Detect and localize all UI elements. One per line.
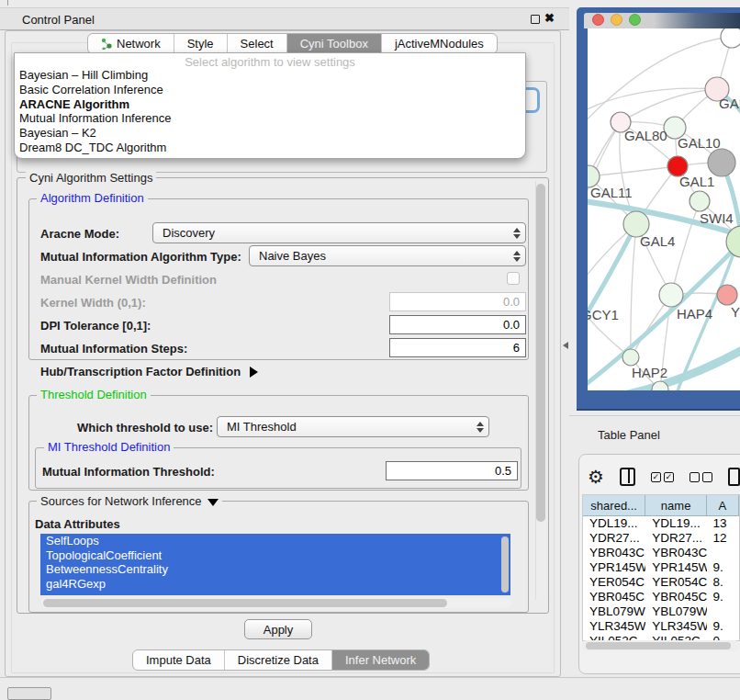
network-node[interactable] bbox=[721, 28, 740, 48]
table-cell: YDL19... bbox=[583, 516, 645, 531]
table-row[interactable]: YBR045CYBR045C9. bbox=[583, 590, 739, 604]
table-row[interactable]: YER054CYER054C8. bbox=[583, 575, 739, 590]
manual-kernel-label: Manual Kernel Width Definition bbox=[40, 273, 217, 287]
tab-infer-network-label: Infer Network bbox=[345, 653, 416, 667]
node-label-gcy1: GCY1 bbox=[588, 307, 619, 322]
algorithm-option-bayesian-hill-climbing[interactable]: Bayesian – Hill Climbing bbox=[15, 68, 525, 83]
partial-bottom-button[interactable] bbox=[7, 687, 51, 700]
deselect-all-icon[interactable] bbox=[690, 472, 712, 482]
table-cell: 9. bbox=[707, 619, 739, 634]
apply-button[interactable]: Apply bbox=[244, 619, 312, 639]
node-label-gal10: GAL10 bbox=[678, 135, 721, 151]
node-label-hap2: HAP2 bbox=[632, 365, 667, 380]
table-row[interactable]: YBL079WYBL079W bbox=[583, 604, 739, 619]
table-row[interactable]: YDL19...YDL19...13 bbox=[583, 516, 739, 531]
data-attributes-list[interactable]: SelfLoopsTopologicalCoefficientBetweenne… bbox=[40, 534, 510, 595]
aracne-mode-combo[interactable]: Discovery bbox=[152, 222, 526, 243]
float-window-icon[interactable] bbox=[531, 15, 540, 24]
close-icon[interactable]: ✖ bbox=[544, 11, 555, 25]
close-traffic-light-icon[interactable] bbox=[592, 14, 604, 26]
zoom-traffic-light-icon[interactable] bbox=[629, 14, 641, 26]
sources-group-title[interactable]: Sources for Network Inference bbox=[37, 495, 222, 507]
tab-discretize-data-label: Discretize Data bbox=[238, 653, 319, 667]
attribute-item-gal4rgexp[interactable]: gal4RGexp bbox=[40, 577, 510, 592]
table-cell: 8. bbox=[707, 575, 739, 590]
tab-impute-data[interactable]: Impute Data bbox=[133, 650, 225, 670]
tab-infer-network[interactable]: Infer Network bbox=[332, 650, 429, 670]
algorithm-option-dream8-dc-tdc-algorithm[interactable]: Dream8 DC_TDC Algorithm bbox=[15, 141, 525, 155]
network-node[interactable] bbox=[717, 285, 737, 305]
tab-network[interactable]: Network bbox=[88, 34, 174, 53]
network-node[interactable] bbox=[690, 191, 710, 211]
mi-type-combo[interactable]: Naive Bayes bbox=[249, 245, 526, 266]
table-row[interactable]: YBR043CYBR043C bbox=[583, 546, 739, 560]
manual-kernel-checkbox[interactable] bbox=[507, 272, 520, 285]
attribute-item-selfloops[interactable]: SelfLoops bbox=[40, 534, 510, 548]
cyni-bottom-tabbar: Impute DataDiscretize DataInfer Network bbox=[132, 649, 430, 671]
minimize-traffic-light-icon[interactable] bbox=[611, 14, 622, 26]
which-threshold-label: Which threshold to use: bbox=[77, 421, 213, 435]
table-panel-divider bbox=[569, 415, 740, 416]
node-label-gal80: GAL80 bbox=[624, 128, 667, 143]
network-edge-highlighted bbox=[588, 224, 636, 344]
control-panel-title: Control Panel bbox=[22, 13, 95, 27]
mi-threshold-field[interactable]: 0.5 bbox=[386, 461, 518, 480]
table-row[interactable]: YPR145WYPR145W9. bbox=[583, 560, 739, 575]
table-cell: YDR27... bbox=[583, 531, 645, 546]
table-cell bbox=[707, 604, 739, 619]
algorithm-option-basic-correlation-inference[interactable]: Basic Correlation Inference bbox=[15, 83, 525, 97]
table-row[interactable]: YLR345WYLR345W9. bbox=[583, 619, 739, 634]
threshold-definition-title: Threshold Definition bbox=[37, 389, 151, 401]
table-hscroll-thumb[interactable] bbox=[586, 642, 731, 649]
tab-network-label: Network bbox=[117, 37, 161, 51]
tab-discretize-data[interactable]: Discretize Data bbox=[225, 650, 332, 670]
control-panel-tabbar: NetworkStyleSelectCyni ToolboxjActiveMNo… bbox=[87, 33, 498, 54]
kernel-width-label: Kernel Width (0,1): bbox=[40, 296, 146, 310]
dpi-tolerance-field[interactable]: 0.0 bbox=[389, 315, 526, 334]
column-header-name[interactable]: name bbox=[645, 495, 707, 516]
tab-cyni-toolbox[interactable]: Cyni Toolbox bbox=[287, 34, 382, 53]
algorithm-option-aracne-algorithm[interactable]: ARACNE Algorithm bbox=[15, 97, 525, 112]
table-row[interactable]: YDR27...YDR27...12 bbox=[583, 531, 739, 546]
table-cell: 12 bbox=[707, 531, 739, 546]
mi-steps-field[interactable]: 6 bbox=[389, 338, 526, 357]
network-node[interactable] bbox=[622, 349, 639, 366]
hub-definition-expander[interactable]: Hub/Transcription Factor Definition bbox=[40, 365, 258, 378]
column-header-a[interactable]: A bbox=[707, 495, 739, 516]
node-label-gal1: GAL1 bbox=[679, 174, 714, 189]
network-window-titlebar[interactable] bbox=[584, 13, 740, 28]
network-canvas[interactable]: GALGAL80GAL10GAL1GAL11SWI4GAL4GCY1HAP4YH… bbox=[588, 28, 740, 390]
algorithm-option-mutual-information-inference[interactable]: Mutual Information Inference bbox=[15, 111, 525, 126]
settings-scrollbar-thumb[interactable] bbox=[536, 184, 545, 522]
node-table[interactable]: shared...nameA YDL19...YDL19...13YDR27..… bbox=[582, 494, 740, 641]
new-table-icon[interactable] bbox=[728, 468, 740, 486]
node-label-hap4: HAP4 bbox=[677, 306, 712, 322]
gear-icon[interactable]: ⚙ bbox=[588, 468, 604, 486]
cyni-settings-title: Cyni Algorithm Settings bbox=[26, 172, 156, 184]
network-node[interactable] bbox=[708, 149, 735, 176]
tab-select[interactable]: Select bbox=[228, 34, 287, 53]
select-all-icon[interactable]: ✓✓ bbox=[651, 472, 674, 482]
which-threshold-combo[interactable]: MI Threshold bbox=[217, 416, 489, 437]
mi-steps-label: Mutual Information Steps: bbox=[40, 342, 187, 356]
algorithm-option-bayesian-k2[interactable]: Bayesian – K2 bbox=[15, 126, 525, 141]
kernel-width-field[interactable]: 0.0 bbox=[389, 292, 526, 311]
tab-jactivemnodules[interactable]: jActiveMNodules bbox=[382, 34, 497, 53]
column-header-shared[interactable]: shared... bbox=[583, 495, 645, 516]
tab-select-label: Select bbox=[241, 37, 274, 51]
table-cell: YBR045C bbox=[583, 590, 645, 604]
chevron-right-icon bbox=[250, 367, 258, 378]
network-node[interactable] bbox=[659, 283, 683, 307]
table-cell: YER054C bbox=[645, 575, 706, 590]
tab-cyni-toolbox-label: Cyni Toolbox bbox=[300, 37, 368, 51]
table-panel-title: Table Panel bbox=[598, 428, 660, 442]
attributes-hscroll-thumb[interactable] bbox=[43, 599, 447, 607]
column-layout-icon[interactable] bbox=[620, 468, 635, 486]
table-toolbar: ⚙ ✓✓ bbox=[588, 464, 740, 490]
attribute-item-betweennesscentrality[interactable]: BetweennessCentrality bbox=[40, 562, 510, 577]
attributes-scrollbar-thumb[interactable] bbox=[501, 536, 509, 593]
tab-style[interactable]: Style bbox=[174, 34, 228, 53]
attribute-item-topologicalcoefficient[interactable]: TopologicalCoefficient bbox=[40, 548, 510, 563]
network-edge bbox=[588, 297, 631, 357]
tab-jactivemnodules-label: jActiveMNodules bbox=[395, 37, 484, 51]
